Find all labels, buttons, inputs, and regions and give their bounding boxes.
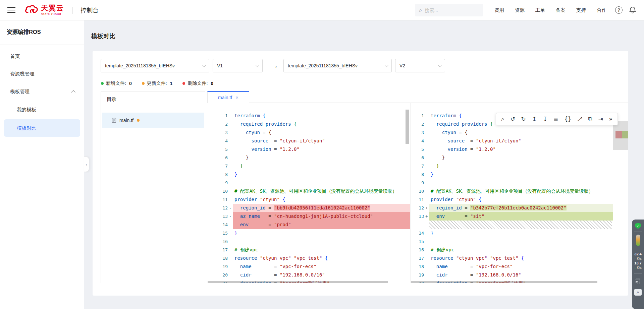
modified-dot-icon (137, 119, 140, 122)
search-input[interactable] (425, 8, 472, 13)
code-row: 9 (411, 179, 613, 187)
code-row: 4 source = "ctyun-it/ctyun" (411, 137, 613, 145)
code-row: 14} (411, 229, 613, 237)
code-row: 18resource "ctyun_vpc" "vpc_test" { (207, 254, 410, 262)
code-row: 10# 配置AK、SK、资源池、可用区和企业项目（没有配置的会从环境变量读取） (411, 187, 613, 195)
code-row: 3 ctyun = { (207, 128, 410, 137)
undo-icon[interactable]: ↺ (509, 116, 516, 123)
code-row: 4 source = "ctyun-it/ctyun" (207, 137, 410, 145)
format-lines-icon[interactable]: ≡ (553, 116, 559, 123)
compare-arrow-icon: → (268, 59, 281, 72)
diff-editor: 1terraform {2 required_providers {3 ctyu… (207, 103, 628, 283)
horizontal-scrollbar-right[interactable] (411, 281, 597, 283)
chevron-down-icon (202, 63, 206, 67)
code-row: 9 (207, 179, 410, 187)
sidebar-item-template-compare[interactable]: 模板对比 (4, 119, 80, 137)
copy-icon[interactable]: ⧉ (587, 116, 593, 123)
braces-icon[interactable]: {} (564, 116, 572, 123)
brand-logo[interactable]: 天翼云 State Cloud (24, 4, 64, 16)
page-title: 模板对比 (91, 32, 115, 40)
file-tree-item-main-tf[interactable]: main.tf (102, 113, 204, 128)
fullscreen-icon[interactable]: ⤢ (577, 116, 583, 123)
chevron-down-icon (385, 63, 388, 67)
menu-item-cooperation[interactable]: 合作 (597, 7, 606, 13)
close-tab-icon[interactable]: × (235, 95, 238, 100)
code-row: 14- env = "prod" (207, 221, 410, 229)
menu-item-filing[interactable]: 备案 (556, 7, 566, 13)
menu-item-resources[interactable]: 资源 (515, 7, 525, 13)
level-gauge-icon[interactable] (636, 235, 640, 246)
diff-overview-ruler[interactable] (613, 103, 628, 283)
arrow-down-icon: ↓ (634, 266, 636, 269)
tab-main-tf[interactable]: main.tf × (207, 91, 249, 103)
sidebar-item-home[interactable]: 首页 (0, 48, 84, 65)
code-row: 19 name = "vpc-for-ecs" (207, 262, 410, 271)
menu-item-support[interactable]: 支持 (576, 7, 586, 13)
code-row: 5 version = "1.2.0" (207, 145, 410, 153)
redo-icon[interactable]: ↻ (521, 116, 527, 123)
chevron-down-icon (438, 63, 442, 67)
screenshot-icon[interactable] (635, 278, 641, 284)
scroll-to-bottom-icon[interactable]: ↧ (542, 116, 548, 123)
sidebar: 资源编排ROS 首页 资源栈管理 模板管理 我的模板 模板对比 (0, 20, 84, 309)
source-template-select[interactable]: template_202511181355_bfEHSv (101, 59, 209, 72)
divider (72, 7, 73, 14)
console-label[interactable]: 控制台 (80, 6, 99, 14)
download-speed-value: 13.7 (634, 261, 641, 265)
divider (0, 45, 84, 45)
more-icon[interactable]: » (608, 116, 613, 123)
target-template-select[interactable]: template_202511181355_bfEHSv (283, 59, 392, 72)
sidebar-collapse-handle[interactable]: ‹ (84, 157, 89, 172)
global-search[interactable]: ⌕ (415, 4, 483, 16)
help-icon[interactable]: ? (615, 6, 623, 14)
compare-card: template_202511181355_bfEHSv V1 → templa… (93, 51, 628, 296)
code-row: 5 version = "1.2.0" (411, 145, 613, 153)
editor-tabbar: main.tf × (207, 91, 628, 103)
code-row: 2 required_providers { (207, 120, 410, 128)
orange-dot-icon (142, 82, 145, 85)
sidebar-item-template-management[interactable]: 模板管理 (0, 83, 84, 100)
sidebar-item-my-templates[interactable]: 我的模板 (0, 101, 84, 118)
stat-deleted-files: 删除文件:0 (182, 80, 213, 86)
code-row: 13+ env = "sit" (411, 212, 613, 221)
code-row: 19 cidr = "192.168.0.0/16" (411, 271, 613, 279)
stat-updated-files: 更新文件:1 (142, 80, 173, 86)
code-row: 11provider "ctyun" { (207, 195, 410, 204)
find-icon[interactable]: ⌕ (500, 116, 505, 123)
code-row: 10# 配置AK、SK、资源池、可用区和企业项目（没有配置的会从环境变量读取） (207, 187, 410, 195)
logo-title: 天翼云 (41, 4, 64, 11)
notification-bell-icon[interactable] (629, 6, 637, 14)
menu-item-tickets[interactable]: 工单 (535, 7, 545, 13)
sidebar-item-stack-management[interactable]: 资源栈管理 (0, 65, 84, 82)
target-version-select[interactable]: V2 (395, 59, 445, 72)
code-row: 6 } (411, 153, 613, 162)
code-row: 15} (207, 229, 410, 237)
diff-pane-modified[interactable]: 1terraform {2 required_providers {3 ctyu… (411, 103, 628, 283)
red-dot-icon (182, 82, 185, 85)
divider (634, 249, 642, 249)
code-row: 12- region_id = "bb9fdb42056f11eda161024… (207, 204, 410, 212)
browser-extension-sidebar: ✓ 32.4 ↑ K/s 13.7 ↓ K/s ⌕ (632, 220, 644, 309)
shield-check-icon[interactable]: ✓ (635, 223, 641, 229)
vertical-scrollbar[interactable] (406, 110, 409, 144)
menu-item-billing[interactable]: 费用 (494, 7, 504, 13)
code-row: 1terraform { (207, 112, 410, 120)
horizontal-scrollbar-left[interactable] (208, 281, 388, 283)
hamburger-menu-icon[interactable] (7, 7, 15, 13)
scroll-to-top-icon[interactable]: ↥ (531, 116, 537, 123)
diff-spacer-row (411, 221, 613, 229)
stat-added-files: 新增文件:0 (101, 80, 132, 86)
code-row: 11provider "ctyun" { (411, 195, 613, 204)
download-speed-unit: ↓ K/s (634, 265, 642, 270)
code-row: 20 cidr = "192.168.0.0/16" (207, 271, 410, 279)
source-version-select[interactable]: V1 (213, 59, 263, 72)
code-row: 7 } (411, 162, 613, 170)
code-row: 17# 创建vpc (207, 246, 410, 254)
export-icon[interactable]: ⇥ (597, 116, 603, 123)
code-row: 12+ region_id = "b342b77ef26b11ecb0ac024… (411, 204, 613, 212)
code-row: 8} (207, 170, 410, 179)
extension-search-icon[interactable]: ⌕ (634, 289, 642, 296)
diff-pane-original[interactable]: 1terraform {2 required_providers {3 ctyu… (207, 103, 411, 283)
editor-toolbar: ⌕↺↻↥↧≡{}⤢⧉⇥» (496, 113, 618, 125)
top-navbar: 天翼云 State Cloud 控制台 ⌕ 费用 资源 工单 备案 支持 合作 … (0, 0, 644, 20)
